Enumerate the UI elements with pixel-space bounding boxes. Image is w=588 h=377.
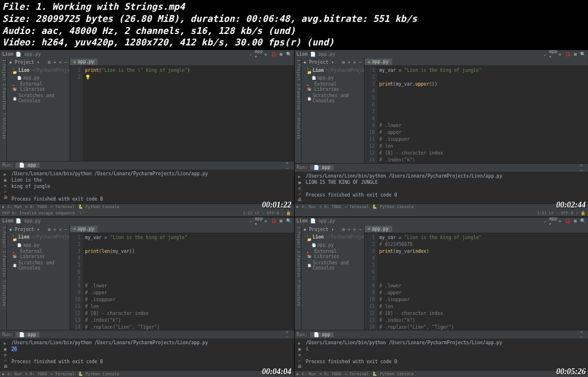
run-icon[interactable]: ▶ xyxy=(558,51,563,57)
run-tab[interactable]: 📄 app xyxy=(16,163,39,168)
print-icon[interactable]: 🖶 xyxy=(3,195,7,200)
file-tab[interactable]: ●app.py xyxy=(70,226,98,232)
scratches[interactable]: 📋Scratches and Consoles xyxy=(8,260,68,271)
scratches[interactable]: 📋Scratches and Consoles xyxy=(303,93,363,104)
stop-icon[interactable]: ■ xyxy=(278,51,284,57)
external-libs[interactable]: ▸📚External Libraries xyxy=(8,81,68,93)
code-area[interactable]: print("Lion is the \" king of jungle")💡 xyxy=(83,66,294,161)
settings-icon[interactable]: ✕ — xyxy=(286,332,292,337)
project-sidebar[interactable]: ▪ Project ▾ ⚙ ÷ ✕ — ▸📁Lion ~/PycharmProj… xyxy=(7,225,70,330)
layout-icon[interactable]: ⊞ xyxy=(4,353,6,357)
project-header[interactable]: ▪ Project ▾ ⚙ ÷ ✕ — xyxy=(303,59,363,66)
stop-icon[interactable]: ■ xyxy=(572,51,578,57)
rerun-icon[interactable]: ▶ xyxy=(298,174,301,179)
print-icon[interactable]: 🖶 xyxy=(297,364,301,369)
run-config[interactable]: app ▾ xyxy=(256,51,262,57)
run-icon[interactable]: ▶ xyxy=(264,51,269,57)
code-editor[interactable]: 1234567891011121314 my_var = "Lion is th… xyxy=(365,66,589,163)
pycon-tool[interactable]: 🐍 Python Console xyxy=(372,372,413,376)
wrap-icon[interactable]: ⤶ xyxy=(3,190,7,194)
app-file[interactable]: 📄app.py xyxy=(8,242,68,248)
search-icon[interactable]: 🔍 xyxy=(580,51,586,57)
code-area[interactable]: my_var = "Lion is the king of jungle" pr… xyxy=(377,66,589,163)
run-config[interactable]: app ▾ xyxy=(256,218,262,224)
terminal-tool[interactable]: ⌨ Terminal xyxy=(345,205,369,209)
app-file[interactable]: 📄app.py xyxy=(8,75,68,81)
terminal-tool[interactable]: ⌨ Terminal xyxy=(51,205,75,209)
debug-icon[interactable]: 🐞 xyxy=(565,51,571,57)
layout-icon[interactable]: ⊞ xyxy=(298,186,300,191)
external-libs[interactable]: ▸📚External Libraries xyxy=(8,248,68,260)
console-output[interactable]: /Users/Lonare/Lion/bin/python /Users/Lon… xyxy=(9,171,293,202)
stop-icon[interactable]: ■ xyxy=(572,218,578,224)
debug-icon[interactable]: 🐞 xyxy=(271,51,277,57)
console-output[interactable]: /Users/Lonare/Lion/bin/python /Users/Lon… xyxy=(9,340,293,369)
rerun-icon[interactable]: ▶ xyxy=(4,341,7,346)
build-icon[interactable]: ↙ xyxy=(249,51,254,57)
settings-icon[interactable]: ✕ — xyxy=(580,165,586,171)
debug-icon[interactable]: 🐞 xyxy=(565,218,571,224)
todo-tool[interactable]: ≡ 6: TODO xyxy=(319,372,341,376)
rerun-icon[interactable]: ▶ xyxy=(298,341,301,346)
left-gutter[interactable]: 1:Project 2:Favorites 7:Structure xyxy=(0,58,7,161)
app-file[interactable]: 📄app.py xyxy=(303,242,363,248)
run-tab[interactable]: 📄 app xyxy=(310,165,334,170)
rerun-icon[interactable]: ▶ xyxy=(4,172,7,177)
run-icon[interactable]: ▶ xyxy=(264,218,269,224)
file-tab[interactable]: ●app.py xyxy=(365,59,392,65)
scratches[interactable]: 📋Scratches and Consoles xyxy=(303,260,363,271)
run-tool[interactable]: ▶ 4: Run xyxy=(2,205,22,209)
project-root[interactable]: ▸📁Lion ~/PycharmProjects/Lion xyxy=(303,66,363,75)
app-file[interactable]: 📄app.py xyxy=(303,75,363,81)
run-tool[interactable]: ▶ 4: Run xyxy=(297,372,316,376)
search-icon[interactable]: 🔍 xyxy=(286,51,292,57)
pycon-tool[interactable]: 🐍 Python Console xyxy=(78,372,119,376)
run-config[interactable]: app ▾ xyxy=(550,218,556,224)
project-header[interactable]: ▪ Project ▾ ⚙ ÷ ✕ — xyxy=(8,59,68,66)
stop-run-icon[interactable]: ■ xyxy=(298,347,300,352)
terminal-tool[interactable]: ⌨ Terminal xyxy=(345,372,369,376)
left-gutter[interactable]: 1:Project 2:Favorites 7:Structure xyxy=(0,225,7,330)
run-icon[interactable]: ▶ xyxy=(558,218,563,224)
run-tab[interactable]: 📄 app xyxy=(310,332,334,337)
run-config[interactable]: app ▾ xyxy=(550,51,556,57)
terminal-tool[interactable]: ⌨ Terminal xyxy=(51,372,75,376)
settings-icon[interactable]: ✕ — xyxy=(580,332,586,337)
project-sidebar[interactable]: ▪ Project ▾ ⚙ ÷ ✕ — ▸📁Lion ~/PycharmProj… xyxy=(301,225,365,330)
print-icon[interactable]: 🖶 xyxy=(3,364,7,369)
search-icon[interactable]: 🔍 xyxy=(580,218,586,224)
stop-run-icon[interactable]: ■ xyxy=(4,178,6,183)
wrap-icon[interactable]: ⤶ xyxy=(298,192,301,197)
external-libs[interactable]: ▸📚External Libraries xyxy=(303,81,363,93)
file-tab[interactable]: ●app.py xyxy=(365,226,392,232)
stop-icon[interactable]: ■ xyxy=(278,218,284,224)
run-tool[interactable]: ▶ 4: Run xyxy=(297,205,316,209)
pycon-tool[interactable]: 🐍 Python Console xyxy=(78,205,119,209)
layout-icon[interactable]: ⊞ xyxy=(4,184,6,188)
code-editor[interactable]: 12 print("Lion is the \" king of jungle"… xyxy=(70,66,294,161)
build-icon[interactable]: ↙ xyxy=(249,218,254,224)
build-icon[interactable]: ↙ xyxy=(543,218,548,224)
project-sidebar[interactable]: ▪ Project ▾ ⚙ ÷ ✕ — ▸📁Lion ~/PycharmProj… xyxy=(7,58,70,161)
search-icon[interactable]: 🔍 xyxy=(286,218,292,224)
wrap-icon[interactable]: ⤶ xyxy=(3,359,7,363)
project-root[interactable]: ▸📁Lion ~/PycharmProjects/Lion xyxy=(8,233,68,242)
todo-tool[interactable]: ≡ 6: TODO xyxy=(25,372,47,376)
pycon-tool[interactable]: 🐍 Python Console xyxy=(372,205,413,209)
left-gutter[interactable]: 1:Project 2:Favorites 7:Structure xyxy=(295,225,301,330)
project-header[interactable]: ▪ Project ▾ ⚙ ÷ ✕ — xyxy=(8,226,68,233)
code-editor[interactable]: 1234567891011121314 my_var = "Lion is th… xyxy=(70,233,294,330)
run-tool[interactable]: ▶ 4: Run xyxy=(2,372,22,376)
run-tab[interactable]: 📄 app xyxy=(16,332,39,337)
external-libs[interactable]: ▸📚External Libraries xyxy=(303,248,363,260)
debug-icon[interactable]: 🐞 xyxy=(271,218,277,224)
scratches[interactable]: 📋Scratches and Consoles xyxy=(8,93,68,104)
console-output[interactable]: /Users/Lonare/Lion/bin/python /Users/Lon… xyxy=(304,173,587,202)
code-area[interactable]: my_var = "Lion is the king of jungle" pr… xyxy=(83,233,294,330)
project-root[interactable]: ▸📁Lion ~/PycharmProjects/Lion xyxy=(8,66,68,75)
project-root[interactable]: ▸📁Lion ~/PycharmProjects/Lion xyxy=(303,233,363,242)
stop-run-icon[interactable]: ■ xyxy=(4,347,6,352)
settings-icon[interactable]: ✕ — xyxy=(286,163,292,168)
left-gutter[interactable]: 1:Project 2:Favorites 7:Structure xyxy=(295,58,301,163)
stop-run-icon[interactable]: ■ xyxy=(298,180,300,185)
